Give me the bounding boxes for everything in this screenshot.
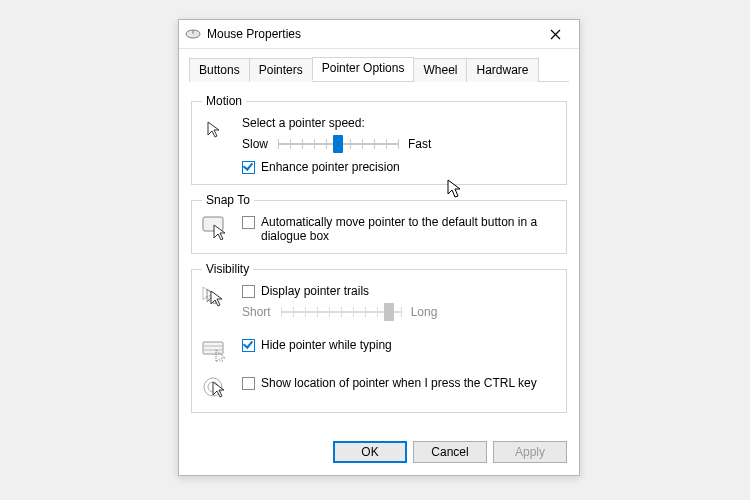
cancel-button[interactable]: Cancel	[413, 441, 487, 463]
slow-label: Slow	[242, 137, 268, 151]
hide-typing-label: Hide pointer while typing	[261, 338, 392, 352]
ctrl-locate-icon	[202, 376, 228, 402]
snap-to-label: Automatically move pointer to the defaul…	[261, 215, 556, 243]
pointer-trails-label: Display pointer trails	[261, 284, 369, 298]
pointer-speed-slider[interactable]	[278, 134, 398, 154]
apply-button[interactable]: Apply	[493, 441, 567, 463]
tab-wheel[interactable]: Wheel	[413, 58, 467, 82]
pointer-trails-icon	[202, 284, 228, 310]
tab-buttons[interactable]: Buttons	[189, 58, 250, 82]
close-button[interactable]	[537, 20, 573, 48]
titlebar[interactable]: Mouse Properties	[179, 20, 579, 49]
pointer-speed-icon	[202, 116, 228, 142]
visibility-legend: Visibility	[202, 262, 253, 276]
checkbox-icon	[242, 161, 255, 174]
checkbox-icon	[242, 339, 255, 352]
short-label: Short	[242, 305, 271, 319]
snap-to-group: Snap To Automatically move pointer to th…	[191, 193, 567, 254]
tab-pointers[interactable]: Pointers	[249, 58, 313, 82]
motion-legend: Motion	[202, 94, 246, 108]
visibility-group: Visibility Display pointer trails Short	[191, 262, 567, 413]
ctrl-locate-checkbox[interactable]: Show location of pointer when I press th…	[242, 376, 537, 390]
pointer-trails-checkbox[interactable]: Display pointer trails	[242, 284, 556, 298]
pointer-trails-slider	[281, 302, 401, 322]
tabs: Buttons Pointers Pointer Options Wheel H…	[189, 57, 569, 82]
tab-pointer-options[interactable]: Pointer Options	[312, 57, 415, 81]
enhance-precision-checkbox[interactable]: Enhance pointer precision	[242, 160, 556, 174]
enhance-precision-label: Enhance pointer precision	[261, 160, 400, 174]
hide-typing-icon	[202, 338, 228, 364]
checkbox-icon	[242, 216, 255, 229]
snap-to-checkbox[interactable]: Automatically move pointer to the defaul…	[242, 215, 556, 243]
tab-body: Motion Select a pointer speed: Slow Fast	[179, 82, 579, 431]
pointer-speed-label: Select a pointer speed:	[242, 116, 556, 130]
hide-typing-checkbox[interactable]: Hide pointer while typing	[242, 338, 392, 352]
snap-legend: Snap To	[202, 193, 254, 207]
snap-to-icon	[202, 215, 228, 241]
mouse-icon	[185, 28, 201, 40]
tab-hardware[interactable]: Hardware	[466, 58, 538, 82]
svg-rect-3	[203, 342, 223, 354]
mouse-properties-window: Mouse Properties Buttons Pointers Pointe…	[178, 19, 580, 476]
checkbox-icon	[242, 377, 255, 390]
fast-label: Fast	[408, 137, 431, 151]
ctrl-locate-label: Show location of pointer when I press th…	[261, 376, 537, 390]
window-title: Mouse Properties	[207, 27, 537, 41]
dialog-footer: OK Cancel Apply	[179, 431, 579, 475]
ok-button[interactable]: OK	[333, 441, 407, 463]
long-label: Long	[411, 305, 438, 319]
checkbox-icon	[242, 285, 255, 298]
motion-group: Motion Select a pointer speed: Slow Fast	[191, 94, 567, 185]
